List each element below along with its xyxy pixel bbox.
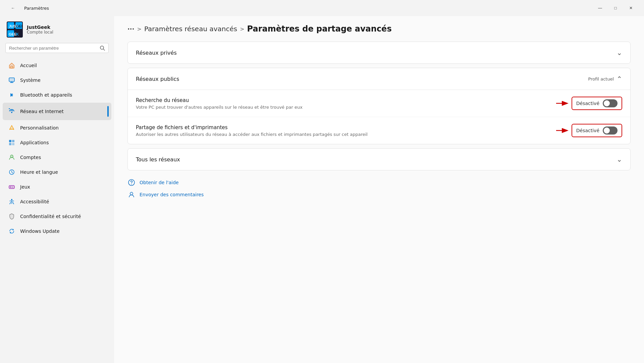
section-reseaux-publics-header[interactable]: Réseaux publics Profil actuel [128,68,630,90]
content-area: ··· > Paramètres réseau avancés > Paramè… [114,16,644,363]
bluetooth-icon [8,91,15,99]
feedback-link[interactable]: Envoyer des commentaires [127,191,631,199]
titlebar: ← Paramètres — □ ✕ [0,0,644,16]
privacy-icon [8,213,15,220]
svg-line-10 [103,49,105,50]
sidebar-item-confidentialite-label: Confidentialité et sécurité [20,214,81,219]
app-body: JUST GEE GEE K JustGeek Compte local [0,16,644,363]
svg-rect-23 [9,186,14,189]
sidebar-item-accueil-label: Accueil [20,63,37,68]
section-reseaux-prives-header[interactable]: Réseaux privés [128,42,630,63]
section-reseaux-publics-badge: Profil actuel [588,75,622,83]
close-button[interactable]: ✕ [623,3,639,13]
search-box[interactable] [5,43,109,53]
sidebar-item-heure-label: Heure et langue [20,169,58,175]
svg-text:K: K [16,32,19,36]
section-reseaux-publics-title: Réseaux publics [136,76,179,82]
feedback-label: Envoyer des commentaires [140,192,204,197]
search-input[interactable] [9,46,97,51]
sidebar-item-bluetooth[interactable]: Bluetooth et appareils [3,88,111,102]
profil-actuel-label: Profil actuel [588,76,614,82]
svg-rect-12 [9,78,14,82]
svg-rect-18 [12,140,14,142]
svg-point-26 [12,187,13,187]
setting-label-partage: Partage de fichiers et d'imprimantes [136,124,549,131]
sidebar-item-reseau-label: Réseau et Internet [20,109,64,114]
apps-icon [8,139,15,146]
sidebar-item-comptes[interactable]: Comptes [3,150,111,164]
sidebar-item-comptes-label: Comptes [20,155,41,160]
sidebar-item-systeme-label: Système [20,77,41,83]
setting-desc-partage: Autoriser les autres utilisateurs du rés… [136,132,549,137]
sidebar-item-update-label: Windows Update [20,228,60,234]
maximize-button[interactable]: □ [608,3,623,13]
section-tous-reseaux: Tous les réseaux [127,148,631,170]
sidebar-item-applications-label: Applications [20,140,49,145]
accounts-icon [8,154,15,161]
section-reseaux-publics: Réseaux publics Profil actuel Recherche … [127,68,631,144]
accessibility-icon [8,198,15,205]
svg-point-28 [11,199,12,200]
home-icon [8,62,15,69]
section-reseaux-prives-title: Réseaux privés [136,50,177,56]
sidebar-item-bluetooth-label: Bluetooth et appareils [20,92,72,98]
sidebar: JUST GEE GEE K JustGeek Compte local [0,16,114,363]
sidebar-item-reseau[interactable]: Réseau et Internet [3,103,111,120]
setting-control-recherche: Désactivé [555,97,622,110]
feedback-icon [127,191,136,199]
svg-rect-15 [9,108,10,109]
sidebar-item-systeme[interactable]: Système [3,73,111,87]
red-arrow-recherche [555,99,569,107]
section-tous-reseaux-title: Tous les réseaux [136,156,180,163]
setting-row-recherche: Recherche du réseau Votre PC peut trouve… [128,90,630,117]
sidebar-item-accessibilite[interactable]: Accessibilité [3,195,111,209]
titlebar-left: ← Paramètres [5,3,49,13]
titlebar-controls: — □ ✕ [592,3,639,13]
search-icon [100,45,105,51]
titlebar-title: Paramètres [24,6,49,11]
sidebar-item-accessibilite-label: Accessibilité [20,199,49,204]
setting-info-partage: Partage de fichiers et d'imprimantes Aut… [136,124,549,137]
aide-link[interactable]: Obtenir de l'aide [127,178,631,187]
section-tous-reseaux-header[interactable]: Tous les réseaux [128,149,630,170]
setting-info-recherche: Recherche du réseau Votre PC peut trouve… [136,97,549,110]
setting-row-partage: Partage de fichiers et d'imprimantes Aut… [128,117,630,144]
system-icon [8,76,15,84]
breadcrumb-part1[interactable]: Paramètres réseau avancés [144,25,237,33]
sidebar-item-accueil[interactable]: Accueil [3,58,111,72]
games-icon [8,183,15,191]
user-subtitle: Compte local [27,30,53,35]
breadcrumb-dots[interactable]: ··· [127,25,135,33]
back-button[interactable]: ← [5,3,21,13]
user-section: JUST GEE GEE K JustGeek Compte local [3,16,111,43]
clock-icon [8,168,15,176]
toggle-partage-switch[interactable] [603,126,618,135]
toggle-recherche-switch[interactable] [603,99,618,107]
sidebar-item-applications[interactable]: Applications [3,136,111,150]
help-section: Obtenir de l'aide Envoyer des commentair… [127,178,631,199]
svg-rect-20 [12,143,14,145]
setting-desc-recherche: Votre PC peut trouver d'autres appareils… [136,105,549,110]
setting-label-recherche: Recherche du réseau [136,97,549,103]
breadcrumb-sep1: > [137,26,142,32]
svg-point-16 [11,112,12,113]
sidebar-item-confidentialite[interactable]: Confidentialité et sécurité [3,209,111,223]
toggle-partage-label: Désactivé [576,128,599,133]
red-arrow-partage [555,126,569,135]
svg-text:GEE: GEE [9,32,16,36]
toggle-partage-control: Désactivé [572,124,622,137]
aide-icon [127,178,136,187]
user-avatar: JUST GEE GEE K [7,21,23,38]
minimize-button[interactable]: — [592,3,608,13]
sidebar-item-heure[interactable]: Heure et langue [3,165,111,179]
setting-control-partage: Désactivé [555,124,622,137]
sidebar-item-jeux[interactable]: Jeux [3,180,111,194]
svg-point-35 [130,192,133,195]
user-name: JustGeek [27,24,53,30]
sidebar-item-update[interactable]: Windows Update [3,224,111,238]
sidebar-item-personnalisation[interactable]: Personnalisation [3,121,111,135]
toggle-recherche-control: Désactivé [572,97,622,110]
svg-text:GEE: GEE [16,24,23,28]
active-indicator [107,106,109,117]
sidebar-item-jeux-label: Jeux [20,184,30,190]
